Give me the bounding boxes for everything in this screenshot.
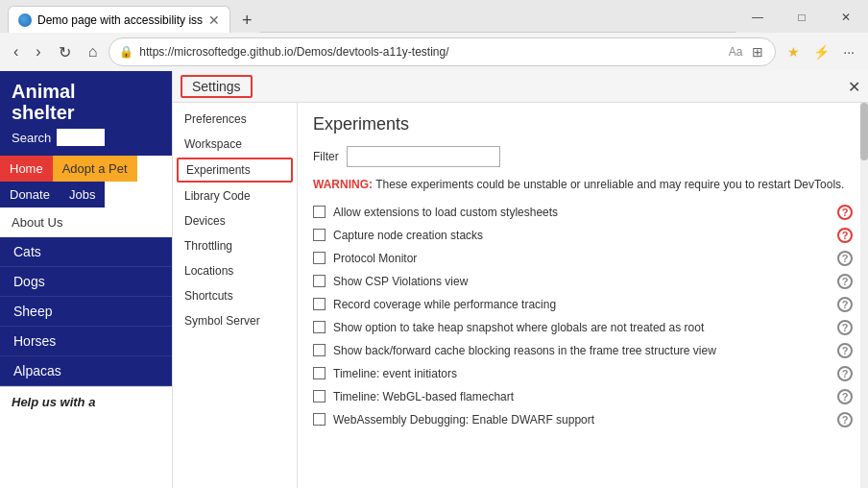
exp-checkbox-0[interactable]: [313, 206, 326, 218]
collections-icon[interactable]: ⊞: [750, 42, 765, 61]
animal-alpacas[interactable]: Alpacas: [0, 356, 172, 386]
experiment-item-4: Record coverage while performance tracin…: [313, 297, 853, 312]
exp-help-icon-2[interactable]: ?: [837, 251, 853, 266]
animal-cats[interactable]: Cats: [0, 237, 172, 267]
filter-input[interactable]: [347, 146, 500, 167]
site-header: Animal shelter Search: [0, 71, 172, 156]
maximize-button[interactable]: □: [780, 4, 824, 31]
site-about[interactable]: About Us: [0, 207, 172, 237]
minimize-button[interactable]: —: [735, 4, 780, 31]
exp-help-icon-1[interactable]: ?: [837, 228, 853, 243]
settings-locations[interactable]: Locations: [173, 258, 297, 283]
exp-help-icon-0[interactable]: ?: [837, 205, 853, 220]
exp-label-8: Timeline: WebGL-based flamechart: [333, 390, 830, 403]
read-aloud-icon[interactable]: Aa: [727, 43, 745, 61]
exp-help-icon-3[interactable]: ?: [837, 274, 853, 289]
nav-adopt-button[interactable]: Adopt a Pet: [53, 156, 137, 182]
animal-horses[interactable]: Horses: [0, 327, 172, 356]
experiment-item-3: Show CSP Violations view ?: [313, 274, 853, 289]
experiment-item-7: Timeline: event initiators ?: [313, 366, 853, 381]
more-button[interactable]: ···: [837, 40, 860, 63]
site-nav: Home Adopt a Pet Donate Jobs: [0, 156, 172, 207]
tab-bar: Demo page with accessibility iss ✕ + — □…: [0, 0, 868, 33]
exp-help-icon-5[interactable]: ?: [837, 320, 853, 335]
exp-label-5: Show option to take heap snapshot where …: [333, 321, 830, 334]
site-logo: Animal shelter: [12, 81, 160, 123]
home-button[interactable]: ⌂: [83, 39, 104, 64]
filter-label: Filter: [313, 150, 339, 163]
exp-label-1: Capture node creation stacks: [333, 229, 830, 242]
exp-help-icon-6[interactable]: ?: [837, 343, 853, 358]
scrollbar-thumb[interactable]: [860, 103, 868, 160]
settings-workspace[interactable]: Workspace: [173, 132, 297, 157]
exp-label-0: Allow extensions to load custom styleshe…: [333, 206, 830, 219]
extensions-button[interactable]: ⚡: [808, 40, 835, 63]
refresh-button[interactable]: ↻: [53, 39, 77, 65]
exp-label-6: Show back/forward cache blocking reasons…: [333, 344, 830, 357]
settings-library-code[interactable]: Library Code: [173, 183, 297, 208]
settings-sidebar: Preferences Workspace Experiments Librar…: [173, 103, 298, 488]
exp-help-icon-7[interactable]: ?: [837, 366, 853, 381]
experiment-item-6: Show back/forward cache blocking reasons…: [313, 343, 853, 358]
settings-devices[interactable]: Devices: [173, 208, 297, 233]
search-label: Search: [12, 131, 51, 145]
back-button[interactable]: ‹: [8, 39, 24, 64]
settings-shortcuts[interactable]: Shortcuts: [173, 283, 297, 308]
exp-checkbox-5[interactable]: [313, 321, 326, 333]
active-tab[interactable]: Demo page with accessibility iss ✕: [8, 6, 230, 33]
exp-checkbox-8[interactable]: [313, 390, 326, 403]
experiment-item-8: Timeline: WebGL-based flamechart ?: [313, 389, 853, 404]
favorites-button[interactable]: ★: [782, 40, 806, 63]
nav-jobs-button[interactable]: Jobs: [60, 182, 105, 207]
exp-checkbox-2[interactable]: [313, 252, 326, 264]
settings-content: Experiments Filter WARNING: These experi…: [298, 103, 868, 488]
experiment-item-2: Protocol Monitor ?: [313, 251, 853, 266]
exp-help-icon-9[interactable]: ?: [837, 412, 853, 427]
close-button[interactable]: ✕: [824, 4, 868, 31]
nav-home-button[interactable]: Home: [0, 156, 53, 182]
exp-checkbox-6[interactable]: [313, 344, 326, 356]
devtools-panel: Settings ✕ Preferences Workspace Experim…: [173, 71, 868, 488]
url-text: https://microsoftedge.github.io/Demos/de…: [139, 45, 720, 59]
exp-label-7: Timeline: event initiators: [333, 367, 830, 380]
settings-symbol-server[interactable]: Symbol Server: [173, 308, 297, 333]
devtools-close-button[interactable]: ✕: [848, 78, 860, 96]
browser-chrome: Demo page with accessibility iss ✕ + — □…: [0, 0, 868, 71]
warning-text: WARNING: These experiments could be unst…: [313, 177, 853, 193]
website-sidebar: Animal shelter Search Home Adopt a Pet D…: [0, 71, 173, 488]
exp-checkbox-7[interactable]: [313, 367, 326, 379]
settings-throttling[interactable]: Throttling: [173, 233, 297, 258]
filter-row: Filter: [313, 146, 853, 167]
experiment-item-1: Capture node creation stacks ?: [313, 228, 853, 243]
exp-checkbox-3[interactable]: [313, 275, 326, 287]
animal-sheep[interactable]: Sheep: [0, 297, 172, 327]
warning-body: These experiments could be unstable or u…: [375, 178, 844, 191]
exp-help-icon-4[interactable]: ?: [837, 297, 853, 312]
url-bar[interactable]: 🔒 https://microsoftedge.github.io/Demos/…: [108, 37, 776, 66]
exp-checkbox-9[interactable]: [313, 413, 326, 426]
settings-experiments[interactable]: Experiments: [177, 158, 293, 183]
tab-close-button[interactable]: ✕: [208, 13, 220, 27]
animal-dogs[interactable]: Dogs: [0, 267, 172, 297]
scrollbar-track[interactable]: [860, 103, 868, 488]
exp-help-icon-8[interactable]: ?: [837, 389, 853, 404]
forward-button[interactable]: ›: [30, 39, 46, 64]
exp-label-9: WebAssembly Debugging: Enable DWARF supp…: [333, 413, 830, 427]
exp-checkbox-4[interactable]: [313, 298, 326, 310]
experiment-item-9: WebAssembly Debugging: Enable DWARF supp…: [313, 412, 853, 427]
address-bar: ‹ › ↻ ⌂ 🔒 https://microsoftedge.github.i…: [0, 33, 868, 71]
exp-checkbox-1[interactable]: [313, 229, 326, 241]
nav-donate-button[interactable]: Donate: [0, 182, 60, 207]
experiments-title: Experiments: [313, 114, 853, 134]
site-search: Search: [12, 129, 160, 146]
tab-title: Demo page with accessibility iss: [37, 13, 203, 27]
new-tab-button[interactable]: +: [234, 9, 260, 33]
lock-icon: 🔒: [119, 45, 133, 59]
experiment-item-0: Allow extensions to load custom styleshe…: [313, 205, 853, 220]
search-input[interactable]: [57, 129, 105, 146]
exp-label-4: Record coverage while performance tracin…: [333, 298, 830, 311]
settings-preferences[interactable]: Preferences: [173, 107, 297, 132]
tab-favicon: [18, 13, 32, 27]
site-help-text: Help us with a: [0, 386, 172, 417]
site-animals: Cats Dogs Sheep Horses Alpacas: [0, 237, 172, 386]
